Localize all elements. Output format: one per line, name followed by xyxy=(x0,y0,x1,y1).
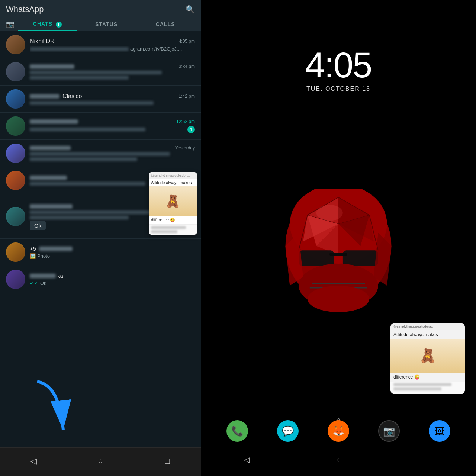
chat-time: Yesterday xyxy=(175,145,195,151)
chat-list: Nikhil DR 4:05 pm agram.com/tv/B2GjoJ...… xyxy=(0,31,201,447)
chat-time: 4:05 pm xyxy=(179,39,195,44)
dock-firefox-icon[interactable]: 🦊 xyxy=(328,420,349,442)
lockscreen-time: 4:05 xyxy=(201,45,476,86)
lockscreen-notification: @simplythingspeaksdoraa Attitude always … xyxy=(390,323,465,394)
ls-nav-recent[interactable]: □ xyxy=(423,452,438,467)
double-tick-icon: ✓✓ xyxy=(30,280,38,286)
ls-bottom-nav: ◁ ○ □ xyxy=(201,449,476,476)
chat-item[interactable]: Yesterday Ok @simplythingspeaksdoraa Att… xyxy=(0,194,201,239)
chat-info: Clasico 1:42 pm xyxy=(30,93,195,105)
avatar xyxy=(6,89,25,109)
chat-item[interactable]: Clasico 1:42 pm xyxy=(0,86,201,113)
chat-info: ka ✓✓ Ok xyxy=(30,273,195,286)
svg-rect-13 xyxy=(329,253,347,256)
chats-badge: 1 xyxy=(56,22,62,28)
wa-bottom-nav: ◁ ○ □ xyxy=(0,447,201,476)
preview-card: @simplythingspeaksdoraa Attitude always … xyxy=(149,172,197,235)
whatsapp-panel: WhatsApp 🔍 📷 CHATS 1 STATUS CALLS xyxy=(0,0,201,476)
camera-icon[interactable]: 📷 xyxy=(6,17,18,31)
lockscreen-date: TUE, OCTOBER 13 xyxy=(201,86,476,92)
search-icon[interactable]: 🔍 xyxy=(186,5,195,14)
blurred-preview-2 xyxy=(30,76,129,80)
chat-name: Nikhil DR xyxy=(30,38,55,45)
notif-image: 🧸 xyxy=(390,339,465,373)
avatar xyxy=(6,144,25,163)
preview-card-header: @simplythingspeaksdoraa xyxy=(149,172,197,179)
chat-time: 1:42 pm xyxy=(179,94,195,99)
wa-tabs: 📷 CHATS 1 STATUS CALLS xyxy=(6,17,195,31)
helmet-image xyxy=(268,189,409,330)
ls-nav-back[interactable]: ◁ xyxy=(239,452,254,467)
blurred-preview xyxy=(30,71,162,74)
wa-title-row: WhatsApp 🔍 xyxy=(6,4,195,17)
notif-title: Attitude always makes xyxy=(390,330,465,339)
chat-info: 3:34 pm xyxy=(30,64,195,80)
chat-item[interactable]: +5 🖼️ Photo xyxy=(0,239,201,266)
avatar xyxy=(6,171,25,190)
lockscreen-panel: 4:05 TUE, OCTOBER 13 ∧ @simplythingspeak… xyxy=(201,0,476,476)
unread-badge: 1 xyxy=(187,126,195,133)
blurred-name xyxy=(30,64,74,69)
chat-preview: Ok xyxy=(40,280,46,286)
chat-time: 12:52 pm xyxy=(176,119,195,124)
nav-recent-button[interactable]: □ xyxy=(160,454,175,469)
avatar xyxy=(6,116,25,136)
nav-home-button[interactable]: ○ xyxy=(93,454,108,469)
chat-item[interactable]: 12:52 pm 1 xyxy=(0,113,201,140)
chat-item[interactable]: Nikhil DR 4:05 pm agram.com/tv/B2GjoJ...… xyxy=(0,31,201,58)
dock-chat-icon[interactable]: 💬 xyxy=(277,420,299,442)
chat-item[interactable]: ka ✓✓ Ok xyxy=(0,266,201,293)
chat-item[interactable]: Yesterday xyxy=(0,140,201,167)
dock-icons-row: 📞 💬 🦊 📷 🖼 xyxy=(201,414,476,449)
ls-nav-home[interactable]: ○ xyxy=(331,452,346,467)
wa-header: WhatsApp 🔍 📷 CHATS 1 STATUS CALLS xyxy=(0,0,201,31)
svg-rect-11 xyxy=(299,250,334,266)
tab-chats[interactable]: CHATS 1 xyxy=(18,17,77,31)
chat-preview: Photo xyxy=(37,253,50,259)
chat-info: Yesterday xyxy=(30,145,195,161)
app-dock: 📞 💬 🦊 📷 🖼 ◁ ○ □ xyxy=(201,414,476,476)
notif-header: @simplythingspeaksdoraa xyxy=(390,323,465,330)
app-title: WhatsApp xyxy=(6,4,44,14)
avatar xyxy=(6,35,25,54)
dock-gallery-icon[interactable]: 🖼 xyxy=(429,420,450,442)
chat-time: 3:34 pm xyxy=(179,64,195,69)
chat-info: Nikhil DR 4:05 pm agram.com/tv/B2GjoJ...… xyxy=(30,38,195,52)
avatar xyxy=(6,62,25,81)
svg-point-27 xyxy=(316,205,343,221)
tab-status[interactable]: STATUS xyxy=(77,17,136,31)
svg-point-18 xyxy=(308,286,369,312)
chat-preview: agram.com/tv/B2GjoJ.... xyxy=(30,46,195,52)
ok-tooltip: Ok xyxy=(30,221,46,230)
dock-phone-icon[interactable]: 📞 xyxy=(226,420,248,442)
avatar xyxy=(6,207,25,226)
chat-name: +5 xyxy=(30,245,36,252)
chat-item[interactable]: 3:34 pm xyxy=(0,58,201,86)
notif-footer: difference 😜 xyxy=(390,373,465,382)
svg-rect-12 xyxy=(343,250,378,266)
tab-calls[interactable]: CALLS xyxy=(136,17,195,31)
preview-card-footer: difference 😜 xyxy=(149,216,197,225)
chat-name: Clasico xyxy=(62,93,82,100)
chat-info: 12:52 pm 1 xyxy=(30,119,195,133)
dock-camera-icon[interactable]: 📷 xyxy=(378,420,400,442)
chat-info: +5 🖼️ Photo xyxy=(30,245,195,259)
preview-card-title: Attitude always makes xyxy=(149,179,197,186)
avatar xyxy=(6,242,25,262)
nav-back-button[interactable]: ◁ xyxy=(26,454,41,469)
preview-card-image: 🧸 xyxy=(149,186,197,216)
avatar xyxy=(6,270,25,289)
